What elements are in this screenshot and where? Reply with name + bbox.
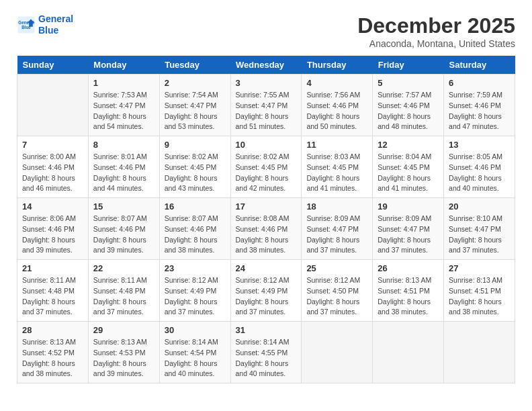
calendar-cell xyxy=(302,322,373,383)
day-info: Sunrise: 8:13 AM Sunset: 4:52 PM Dayligh… xyxy=(22,337,83,379)
calendar-table: SundayMondayTuesdayWednesdayThursdayFrid… xyxy=(17,56,515,383)
calendar-cell: 24Sunrise: 8:12 AM Sunset: 4:49 PM Dayli… xyxy=(230,260,302,322)
calendar-cell: 14Sunrise: 8:06 AM Sunset: 4:46 PM Dayli… xyxy=(17,198,89,260)
day-number: 26 xyxy=(378,263,439,273)
day-info: Sunrise: 7:54 AM Sunset: 4:47 PM Dayligh… xyxy=(165,90,226,132)
calendar-cell: 13Sunrise: 8:05 AM Sunset: 4:46 PM Dayli… xyxy=(444,136,515,198)
calendar-cell: 18Sunrise: 8:09 AM Sunset: 4:47 PM Dayli… xyxy=(302,198,373,260)
day-number: 4 xyxy=(306,78,367,88)
day-number: 16 xyxy=(165,201,226,212)
day-info: Sunrise: 8:12 AM Sunset: 4:49 PM Dayligh… xyxy=(165,275,226,318)
weekday-header-friday: Friday xyxy=(373,56,444,75)
day-number: 29 xyxy=(93,325,154,335)
calendar-cell xyxy=(444,322,515,383)
day-number: 7 xyxy=(22,140,83,150)
day-info: Sunrise: 7:53 AM Sunset: 4:47 PM Dayligh… xyxy=(93,90,154,132)
day-number: 1 xyxy=(93,78,154,88)
day-info: Sunrise: 7:56 AM Sunset: 4:46 PM Dayligh… xyxy=(306,90,367,132)
weekday-header-wednesday: Wednesday xyxy=(230,56,302,75)
day-info: Sunrise: 8:13 AM Sunset: 4:51 PM Dayligh… xyxy=(449,275,510,318)
calendar-cell: 22Sunrise: 8:11 AM Sunset: 4:48 PM Dayli… xyxy=(88,260,159,322)
calendar-cell: 9Sunrise: 8:02 AM Sunset: 4:45 PM Daylig… xyxy=(159,136,230,198)
calendar-cell: 21Sunrise: 8:11 AM Sunset: 4:48 PM Dayli… xyxy=(17,260,89,322)
day-info: Sunrise: 8:09 AM Sunset: 4:47 PM Dayligh… xyxy=(378,214,439,256)
day-info: Sunrise: 8:14 AM Sunset: 4:55 PM Dayligh… xyxy=(236,337,297,379)
day-number: 14 xyxy=(22,201,83,212)
day-number: 19 xyxy=(378,201,439,212)
calendar-cell: 5Sunrise: 7:57 AM Sunset: 4:46 PM Daylig… xyxy=(373,75,444,136)
header: General Blue General Blue December 2025 … xyxy=(17,13,515,49)
day-number: 3 xyxy=(236,78,297,88)
day-info: Sunrise: 8:02 AM Sunset: 4:45 PM Dayligh… xyxy=(236,152,297,194)
day-info: Sunrise: 7:55 AM Sunset: 4:47 PM Dayligh… xyxy=(236,90,297,132)
day-number: 31 xyxy=(236,325,297,335)
calendar-cell xyxy=(17,75,89,136)
day-number: 13 xyxy=(449,140,510,150)
calendar-cell: 2Sunrise: 7:54 AM Sunset: 4:47 PM Daylig… xyxy=(159,75,230,136)
calendar-cell: 16Sunrise: 8:07 AM Sunset: 4:46 PM Dayli… xyxy=(159,198,230,260)
calendar-cell: 11Sunrise: 8:03 AM Sunset: 4:45 PM Dayli… xyxy=(302,136,373,198)
calendar-week-row: 21Sunrise: 8:11 AM Sunset: 4:48 PM Dayli… xyxy=(17,260,515,322)
weekday-header-sunday: Sunday xyxy=(17,56,89,75)
day-number: 23 xyxy=(165,263,226,273)
subtitle: Anaconda, Montana, United States xyxy=(357,38,515,49)
calendar-cell: 4Sunrise: 7:56 AM Sunset: 4:46 PM Daylig… xyxy=(302,75,373,136)
calendar-cell: 26Sunrise: 8:13 AM Sunset: 4:51 PM Dayli… xyxy=(373,260,444,322)
day-info: Sunrise: 8:08 AM Sunset: 4:46 PM Dayligh… xyxy=(236,214,297,256)
calendar-cell: 29Sunrise: 8:13 AM Sunset: 4:53 PM Dayli… xyxy=(88,322,159,383)
day-number: 18 xyxy=(306,201,367,212)
calendar-cell: 20Sunrise: 8:10 AM Sunset: 4:47 PM Dayli… xyxy=(444,198,515,260)
day-info: Sunrise: 8:13 AM Sunset: 4:53 PM Dayligh… xyxy=(93,337,154,379)
calendar-cell: 8Sunrise: 8:01 AM Sunset: 4:46 PM Daylig… xyxy=(88,136,159,198)
calendar-week-row: 7Sunrise: 8:00 AM Sunset: 4:46 PM Daylig… xyxy=(17,136,515,198)
logo-text: General Blue xyxy=(38,13,73,36)
day-number: 27 xyxy=(449,263,510,273)
calendar-cell: 6Sunrise: 7:59 AM Sunset: 4:46 PM Daylig… xyxy=(444,75,515,136)
calendar-cell: 31Sunrise: 8:14 AM Sunset: 4:55 PM Dayli… xyxy=(230,322,302,383)
calendar-cell: 25Sunrise: 8:12 AM Sunset: 4:50 PM Dayli… xyxy=(302,260,373,322)
calendar-cell: 12Sunrise: 8:04 AM Sunset: 4:45 PM Dayli… xyxy=(373,136,444,198)
weekday-header-thursday: Thursday xyxy=(302,56,373,75)
day-info: Sunrise: 8:04 AM Sunset: 4:45 PM Dayligh… xyxy=(378,152,439,194)
day-number: 6 xyxy=(449,78,510,88)
day-info: Sunrise: 8:03 AM Sunset: 4:45 PM Dayligh… xyxy=(306,152,367,194)
day-info: Sunrise: 7:59 AM Sunset: 4:46 PM Dayligh… xyxy=(449,90,510,132)
calendar-cell: 19Sunrise: 8:09 AM Sunset: 4:47 PM Dayli… xyxy=(373,198,444,260)
day-number: 25 xyxy=(306,263,367,273)
day-number: 9 xyxy=(165,140,226,150)
day-number: 8 xyxy=(93,140,154,150)
logo-icon: General Blue xyxy=(17,15,36,34)
day-number: 12 xyxy=(378,140,439,150)
calendar-cell xyxy=(373,322,444,383)
day-info: Sunrise: 8:12 AM Sunset: 4:49 PM Dayligh… xyxy=(236,275,297,318)
day-number: 22 xyxy=(93,263,154,273)
day-info: Sunrise: 8:14 AM Sunset: 4:54 PM Dayligh… xyxy=(165,337,226,379)
calendar-cell: 30Sunrise: 8:14 AM Sunset: 4:54 PM Dayli… xyxy=(159,322,230,383)
calendar-cell: 7Sunrise: 8:00 AM Sunset: 4:46 PM Daylig… xyxy=(17,136,89,198)
day-number: 5 xyxy=(378,78,439,88)
calendar-week-row: 28Sunrise: 8:13 AM Sunset: 4:52 PM Dayli… xyxy=(17,322,515,383)
day-info: Sunrise: 8:09 AM Sunset: 4:47 PM Dayligh… xyxy=(306,214,367,256)
day-number: 24 xyxy=(236,263,297,273)
day-info: Sunrise: 8:06 AM Sunset: 4:46 PM Dayligh… xyxy=(22,214,83,256)
day-info: Sunrise: 8:10 AM Sunset: 4:47 PM Dayligh… xyxy=(449,214,510,256)
weekday-header-row: SundayMondayTuesdayWednesdayThursdayFrid… xyxy=(17,56,515,75)
calendar-cell: 23Sunrise: 8:12 AM Sunset: 4:49 PM Dayli… xyxy=(159,260,230,322)
day-info: Sunrise: 8:07 AM Sunset: 4:46 PM Dayligh… xyxy=(165,214,226,256)
calendar-cell: 17Sunrise: 8:08 AM Sunset: 4:46 PM Dayli… xyxy=(230,198,302,260)
weekday-header-saturday: Saturday xyxy=(444,56,515,75)
calendar-cell: 28Sunrise: 8:13 AM Sunset: 4:52 PM Dayli… xyxy=(17,322,89,383)
day-info: Sunrise: 7:57 AM Sunset: 4:46 PM Dayligh… xyxy=(378,90,439,132)
day-info: Sunrise: 8:12 AM Sunset: 4:50 PM Dayligh… xyxy=(306,275,367,318)
day-number: 11 xyxy=(306,140,367,150)
calendar-cell: 3Sunrise: 7:55 AM Sunset: 4:47 PM Daylig… xyxy=(230,75,302,136)
day-number: 20 xyxy=(449,201,510,212)
calendar-cell: 27Sunrise: 8:13 AM Sunset: 4:51 PM Dayli… xyxy=(444,260,515,322)
main-title: December 2025 xyxy=(357,13,515,38)
day-number: 17 xyxy=(236,201,297,212)
day-info: Sunrise: 8:11 AM Sunset: 4:48 PM Dayligh… xyxy=(93,275,154,318)
title-block: December 2025 Anaconda, Montana, United … xyxy=(357,13,515,49)
calendar-week-row: 1Sunrise: 7:53 AM Sunset: 4:47 PM Daylig… xyxy=(17,75,515,136)
day-number: 30 xyxy=(165,325,226,335)
calendar-week-row: 14Sunrise: 8:06 AM Sunset: 4:46 PM Dayli… xyxy=(17,198,515,260)
